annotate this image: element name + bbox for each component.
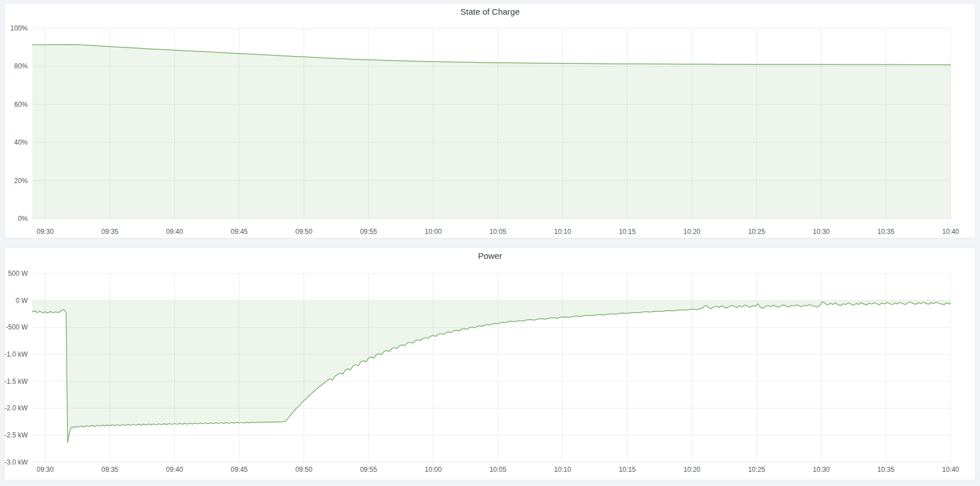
state-of-charge-chart-canvas[interactable]: 100%80%60%40%20%0%09:3009:3509:4009:4509… (5, 20, 975, 239)
series-area-fill (32, 45, 951, 219)
x-tick-label: 09:30 (37, 228, 54, 236)
y-tick-label: 60% (14, 101, 28, 109)
y-axis-labels: 500 W0 W-500 W-1.0 kW-1.5 kW-2.0 kW-2.5 … (5, 270, 28, 466)
y-tick-label: 100% (10, 24, 28, 32)
x-axis-labels: 09:3009:3509:4009:4509:5009:5510:0010:05… (37, 228, 959, 236)
panel-title-state-of-charge[interactable]: State of Charge (5, 3, 975, 20)
y-tick-label: 20% (14, 177, 28, 185)
x-tick-label: 10:25 (748, 228, 765, 236)
y-tick-label: 0 W (16, 297, 28, 305)
y-tick-label: 500 W (8, 270, 28, 277)
x-tick-label: 09:45 (231, 466, 248, 474)
panel-state-of-charge: State of Charge 100%80%60%40%20%0%09:300… (4, 3, 976, 238)
x-tick-label: 09:55 (360, 466, 377, 474)
x-tick-label: 09:50 (295, 228, 312, 236)
y-tick-label: 40% (14, 138, 28, 146)
x-tick-label: 09:40 (166, 228, 183, 236)
panel-power: Power 500 W0 W-500 W-1.0 kW-1.5 kW-2.0 k… (4, 247, 976, 480)
x-tick-label: 10:20 (684, 228, 701, 236)
x-tick-label: 09:30 (37, 466, 54, 474)
y-tick-label: -2.0 kW (5, 404, 28, 412)
y-tick-label: -3.0 kW (5, 458, 28, 466)
x-tick-label: 10:10 (554, 228, 571, 236)
x-tick-label: 10:25 (748, 466, 765, 474)
panel-title-power[interactable]: Power (5, 248, 975, 264)
x-tick-label: 10:20 (684, 466, 701, 474)
y-tick-label: -500 W (6, 323, 28, 331)
y-tick-label: -2.5 kW (5, 431, 28, 439)
series-power (32, 301, 951, 443)
y-tick-label: -1.0 kW (5, 350, 28, 358)
x-tick-label: 09:45 (231, 228, 248, 236)
dashboard: State of Charge 100%80%60%40%20%0%09:300… (0, 0, 980, 486)
x-tick-label: 09:40 (166, 466, 183, 474)
x-tick-label: 10:00 (425, 228, 442, 236)
x-tick-label: 09:35 (101, 228, 118, 236)
x-tick-label: 10:30 (813, 466, 830, 474)
series-state-of-charge (32, 45, 951, 219)
x-tick-label: 10:10 (554, 466, 571, 474)
x-axis-labels: 09:3009:3509:4009:4509:5009:5510:0010:05… (37, 466, 959, 474)
x-tick-label: 10:40 (942, 228, 959, 236)
series-area-fill (32, 301, 951, 443)
y-axis-labels: 100%80%60%40%20%0% (10, 24, 28, 223)
x-tick-label: 10:30 (813, 228, 830, 236)
x-tick-label: 09:55 (360, 228, 377, 236)
x-tick-label: 10:15 (619, 466, 636, 474)
x-tick-label: 10:00 (425, 466, 442, 474)
x-tick-label: 10:05 (489, 466, 506, 474)
x-tick-label: 10:35 (878, 228, 895, 236)
y-tick-label: 0% (18, 215, 28, 223)
x-tick-label: 10:05 (489, 228, 506, 236)
y-tick-label: 80% (14, 62, 28, 70)
x-tick-label: 10:35 (878, 466, 895, 474)
power-chart-canvas[interactable]: 500 W0 W-500 W-1.0 kW-1.5 kW-2.0 kW-2.5 … (5, 264, 975, 481)
y-tick-label: -1.5 kW (5, 377, 28, 385)
x-tick-label: 09:50 (295, 466, 312, 474)
x-tick-label: 10:40 (942, 466, 959, 474)
x-tick-label: 09:35 (101, 466, 118, 474)
x-tick-label: 10:15 (619, 228, 636, 236)
